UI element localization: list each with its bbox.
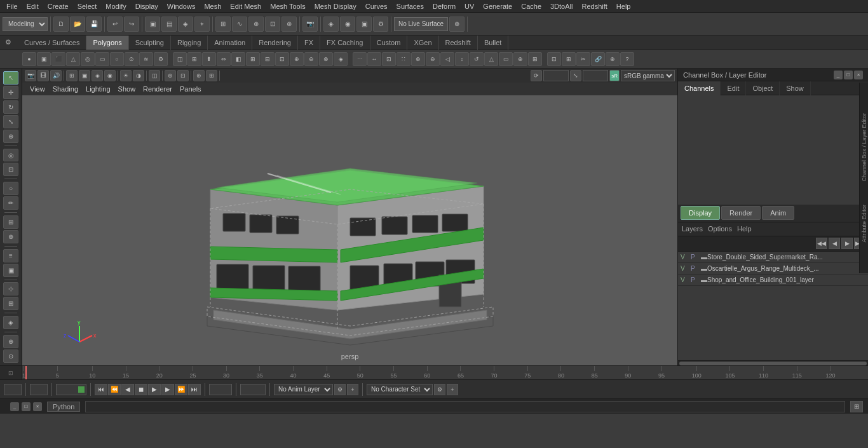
view-transform-btn[interactable]: ⊕ [3, 335, 18, 348]
panel-restore-btn[interactable]: □ [844, 71, 853, 79]
select-by-component-btn[interactable]: ▤ [161, 17, 177, 32]
layers-menu-layers[interactable]: Layers [682, 225, 703, 233]
layout-btn[interactable]: ⊞ [562, 52, 576, 66]
boolean-intersect-btn[interactable]: ⊗ [319, 52, 333, 66]
menu-mesh-tools[interactable]: Mesh Tools [266, 2, 309, 11]
show-render-btn[interactable]: ▣ [356, 17, 372, 32]
extrude-btn[interactable]: ⬆ [202, 52, 216, 66]
tab-rendering[interactable]: Rendering [252, 36, 298, 50]
python-tab-label[interactable]: Python [47, 402, 80, 412]
snap-together-btn[interactable]: ⊕ [3, 230, 18, 243]
flip-edge-btn[interactable]: ↕ [455, 52, 469, 66]
render-settings-btn[interactable]: ⚙ [373, 17, 388, 32]
snap-view-plane-btn[interactable]: ⊡ [265, 17, 280, 32]
lasso-select-btn[interactable]: ⌖ [194, 17, 210, 32]
boolean-diff-btn[interactable]: ⊖ [304, 52, 318, 66]
quadrangulate-btn[interactable]: ▭ [499, 52, 513, 66]
menu-cache[interactable]: Cache [517, 2, 545, 11]
combine-btn[interactable]: ⊞ [246, 52, 260, 66]
skip-to-start-btn[interactable]: ⏮ [95, 384, 107, 395]
anim-tab-btn[interactable]: Anim [762, 206, 794, 220]
fill-hole-btn[interactable]: ⊛ [411, 52, 425, 66]
new-scene-btn[interactable]: 🗋 [53, 17, 69, 32]
anim-layer-settings-btn[interactable]: ⚙ [334, 384, 346, 395]
character-set-settings-btn[interactable]: ⚙ [434, 384, 445, 395]
timeline-track[interactable]: 1510152025303540455055606570758085909510… [22, 366, 868, 379]
bridge-btn[interactable]: ⇔ [217, 52, 231, 66]
slide-edge-btn[interactable]: ↔ [367, 52, 381, 66]
range-input-field[interactable]: 120 [58, 384, 77, 395]
vt-camera-btn[interactable]: 📷 [25, 70, 36, 81]
live-surface-toggle[interactable]: ⊕ [449, 17, 465, 32]
sculpt-btn[interactable]: ◈ [334, 52, 348, 66]
vm-shading[interactable]: Shading [50, 85, 81, 93]
channel-tab-object[interactable]: Object [746, 81, 780, 95]
channel-tab-show[interactable]: Show [780, 81, 811, 95]
menu-select[interactable]: Select [74, 2, 101, 11]
step-fwd-btn[interactable]: ⏩ [175, 384, 187, 395]
ipr-btn[interactable]: ◉ [340, 17, 355, 32]
plane-btn[interactable]: ▭ [95, 52, 109, 66]
helix-btn[interactable]: ≋ [139, 52, 153, 66]
triangulate-btn[interactable]: △ [484, 52, 498, 66]
target-weld-btn[interactable]: ⊕ [513, 52, 527, 66]
tab-rigging[interactable]: Rigging [171, 36, 208, 50]
vm-view[interactable]: View [27, 85, 48, 93]
vt-isolate-btn[interactable]: ⊛ [193, 70, 205, 81]
world-coords-btn[interactable]: ⊙ [3, 350, 18, 363]
layer-row-0[interactable]: V P ▬ Store_Double_Sided_Supermarket_Ra.… [678, 252, 868, 263]
snap-to-grid-btn[interactable]: ⊞ [3, 215, 18, 229]
boolean-union-btn[interactable]: ⊕ [290, 52, 304, 66]
vt-gamma-indicator[interactable]: sR [609, 70, 620, 81]
menu-mesh[interactable]: Mesh [200, 2, 225, 11]
sphere-btn[interactable]: ● [22, 52, 36, 66]
current-frame-input[interactable]: 1 [4, 384, 22, 395]
snap-point-btn[interactable]: ⊕ [248, 17, 264, 32]
extract-btn[interactable]: ⊡ [275, 52, 289, 66]
no-character-set-select[interactable]: No Character Set [367, 384, 433, 395]
timeline[interactable]: ⊡ 15101520253035404550556065707580859095… [0, 365, 868, 379]
offset-edge-btn[interactable]: ⊡ [382, 52, 396, 66]
render-region-btn[interactable]: ◈ [3, 316, 18, 329]
anim-layer-add-btn[interactable]: + [347, 384, 358, 395]
menu-edit[interactable]: Edit [23, 2, 43, 11]
viewport-restore-btn[interactable]: □ [22, 402, 31, 411]
disc-btn[interactable]: ○ [110, 52, 124, 66]
layers-next-btn[interactable]: ▶ [841, 238, 853, 249]
vt-lighting-btn[interactable]: ☀ [120, 70, 132, 81]
quick-layout-btn[interactable]: ▣ [3, 264, 18, 277]
tab-fx-caching[interactable]: FX Caching [320, 36, 370, 50]
layers-menu-help[interactable]: Help [737, 225, 752, 233]
unfold-btn[interactable]: ⊡ [547, 52, 561, 66]
panel-minimize-btn[interactable]: _ [834, 71, 843, 79]
torus-btn[interactable]: ◎ [81, 52, 95, 66]
menu-deform[interactable]: Deform [429, 2, 459, 11]
menu-file[interactable]: File [3, 2, 22, 11]
vt-shadow-btn[interactable]: ◑ [133, 70, 144, 81]
layers-prev-btn[interactable]: ◀ [829, 238, 840, 249]
layers-scrollbar[interactable] [678, 360, 868, 365]
question-btn[interactable]: ? [620, 52, 634, 66]
select-mode-btn[interactable]: ◈ [178, 17, 193, 32]
menu-generate[interactable]: Generate [479, 2, 516, 11]
display-tab-btn[interactable]: Display [681, 206, 720, 220]
render-tab-btn[interactable]: Render [721, 206, 761, 220]
display-layers-btn[interactable]: ≡ [3, 249, 18, 262]
menu-display[interactable]: Display [132, 2, 162, 11]
modeling-dropdown[interactable]: Modeling [3, 17, 48, 31]
vm-show[interactable]: Show [116, 85, 139, 93]
channel-tab-channels[interactable]: Channels [678, 81, 721, 95]
frame-display-input[interactable]: 1 [30, 384, 48, 395]
select-tool-btn[interactable]: ↖ [3, 71, 18, 85]
subdiv-proxy-btn[interactable]: ◫ [173, 52, 187, 66]
panel-close-btn[interactable]: × [854, 71, 863, 79]
cut-btn[interactable]: ✂ [576, 52, 590, 66]
cone-btn[interactable]: △ [66, 52, 80, 66]
python-input-field[interactable] [85, 401, 845, 412]
vt-shaded-btn[interactable]: ◉ [104, 70, 116, 81]
menu-windows[interactable]: Windows [163, 2, 200, 11]
tab-animation[interactable]: Animation [208, 36, 252, 50]
separate-btn[interactable]: ⊟ [261, 52, 275, 66]
anim-end-input[interactable]: 200 [240, 384, 266, 395]
menu-mesh-display[interactable]: Mesh Display [311, 2, 360, 11]
